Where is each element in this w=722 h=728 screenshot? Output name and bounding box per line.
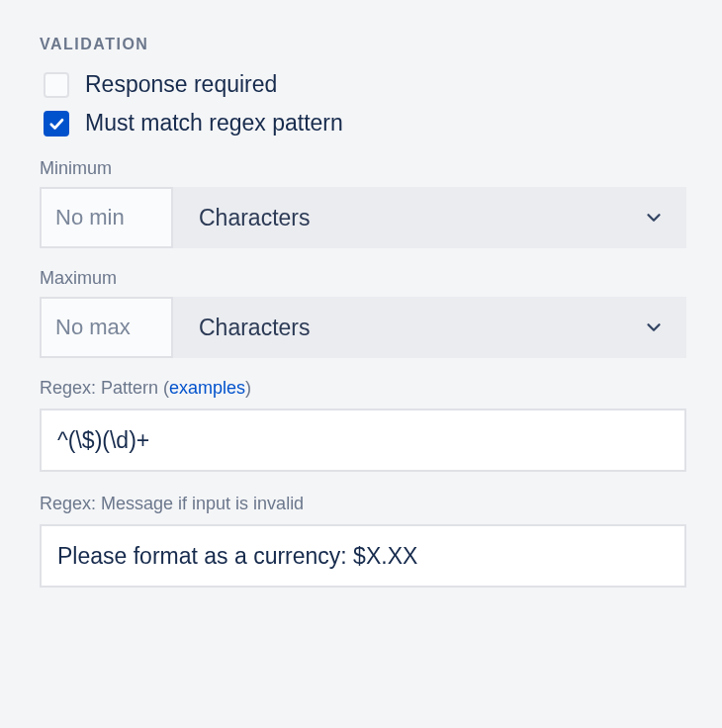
chevron-down-icon — [643, 317, 665, 338]
regex-message-label: Regex: Message if input is invalid — [40, 494, 686, 514]
regex-pattern-label-row: Regex: Pattern (examples) — [40, 378, 686, 399]
minimum-unit-select[interactable]: Characters — [173, 187, 686, 248]
maximum-group: Maximum Characters — [40, 268, 686, 358]
examples-link[interactable]: examples — [169, 378, 245, 398]
regex-pattern-group: Regex: Pattern (examples) — [40, 378, 686, 494]
must-match-regex-checkbox[interactable] — [44, 111, 69, 136]
maximum-unit-select[interactable]: Characters — [173, 297, 686, 358]
regex-pattern-label-suffix: ) — [245, 378, 251, 398]
regex-message-group: Regex: Message if input is invalid — [40, 494, 686, 609]
response-required-checkbox[interactable] — [44, 72, 69, 98]
must-match-regex-label: Must match regex pattern — [85, 110, 343, 136]
minimum-input[interactable] — [40, 187, 173, 248]
chevron-down-icon — [643, 207, 665, 228]
response-required-label: Response required — [85, 71, 277, 98]
validation-section-title: VALIDATION — [40, 36, 686, 53]
checkbox-group: Response required Must match regex patte… — [40, 71, 686, 136]
regex-pattern-label-prefix: Regex: Pattern ( — [40, 378, 169, 398]
maximum-input-row: Characters — [40, 297, 686, 358]
minimum-unit-text: Characters — [199, 205, 310, 231]
minimum-group: Minimum Characters — [40, 158, 686, 248]
maximum-label: Maximum — [40, 268, 686, 289]
regex-pattern-input[interactable] — [40, 409, 686, 472]
maximum-unit-text: Characters — [199, 315, 310, 341]
maximum-input[interactable] — [40, 297, 173, 358]
minimum-input-row: Characters — [40, 187, 686, 248]
regex-message-input[interactable] — [40, 524, 686, 588]
check-icon — [47, 115, 65, 133]
response-required-row: Response required — [44, 71, 686, 98]
minimum-label: Minimum — [40, 158, 686, 179]
must-match-regex-row: Must match regex pattern — [44, 110, 686, 136]
